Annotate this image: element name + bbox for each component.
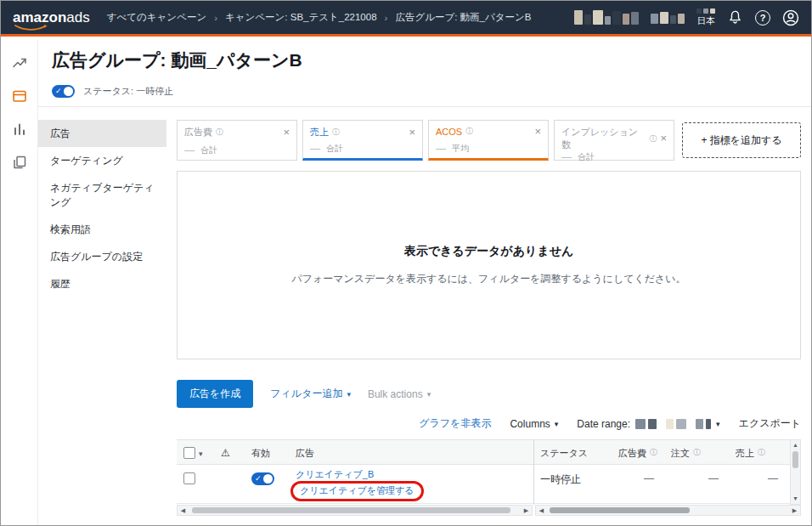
chart-empty-state: 表示できるデータがありません パフォーマンスデータを表示するには、フィルターを調… xyxy=(177,171,801,359)
scroll-left-icon[interactable]: ◀ xyxy=(178,506,189,515)
metric-card-sales[interactable]: 売上 ⓘ × — 合計 xyxy=(302,120,423,161)
amazon-ads-logo[interactable]: amazonads xyxy=(13,9,90,26)
sales-column-header[interactable]: 売上ⓘ xyxy=(729,440,788,464)
columns-dropdown[interactable]: Columns▾ xyxy=(510,418,558,430)
notifications-bell-icon[interactable] xyxy=(727,9,743,25)
scroll-track[interactable] xyxy=(189,506,521,515)
select-menu-caret-icon[interactable]: ▾ xyxy=(199,450,203,458)
subnav-ads[interactable]: 広告 xyxy=(38,120,166,147)
close-icon[interactable]: × xyxy=(409,128,415,137)
date-range-picker[interactable]: Date range: ▾ xyxy=(577,418,719,430)
status-column-header[interactable]: ステータス xyxy=(533,440,612,464)
ad-enabled-toggle[interactable]: ✓ xyxy=(251,472,274,485)
row-warning-cell xyxy=(214,465,245,503)
status-label: ステータス: 一時停止 xyxy=(83,85,173,98)
right-pane-scrollbar[interactable]: ◀ ▶ xyxy=(535,505,801,516)
horizontal-scroll-thumb[interactable] xyxy=(550,507,690,513)
redacted-block xyxy=(676,419,686,429)
close-icon[interactable]: × xyxy=(660,134,667,143)
page-title-label: 広告グループ: xyxy=(52,50,171,70)
scroll-right-icon[interactable]: ▶ xyxy=(789,506,800,515)
breadcrumb-separator-icon: › xyxy=(385,13,388,23)
export-link[interactable]: エクスポート xyxy=(739,416,801,431)
account-icon[interactable] xyxy=(782,9,799,26)
redacted-date-range xyxy=(635,419,711,429)
locale-selector[interactable]: 日本 xyxy=(696,8,715,27)
close-icon[interactable]: × xyxy=(283,128,290,137)
redacted-block xyxy=(670,15,676,24)
performance-trend-icon[interactable] xyxy=(8,53,31,73)
subnav-history[interactable]: 履歴 xyxy=(38,270,166,297)
redacted-block xyxy=(706,419,711,429)
horizontal-scroll-thumb[interactable] xyxy=(192,507,510,513)
page-title: 広告グループ: 動画_パターンB xyxy=(52,48,302,72)
creative-assets-icon[interactable] xyxy=(8,152,31,173)
table-toolbar: 広告を作成 フィルター追加▾ Bulk actions▾ xyxy=(177,380,801,408)
creative-link[interactable]: クリエイティブ_B xyxy=(296,469,374,479)
status-toggle[interactable]: ✓ xyxy=(52,85,75,98)
date-range-label: Date range: xyxy=(577,418,630,430)
reports-bars-icon[interactable] xyxy=(8,119,31,139)
redacted-block xyxy=(648,419,657,429)
scroll-right-icon[interactable]: ▶ xyxy=(521,506,532,515)
scroll-left-icon[interactable]: ◀ xyxy=(536,506,547,515)
metric-card-impressions[interactable]: インプレッション数 ⓘ × — 合計 xyxy=(554,120,674,161)
ads-table-panel: 広告を作成 フィルター追加▾ Bulk actions▾ グラフを非表示 Col… xyxy=(177,380,801,516)
info-icon: ⓘ xyxy=(465,126,473,137)
redacted-block xyxy=(696,8,702,14)
redacted-block xyxy=(696,419,703,429)
select-all-checkbox[interactable] xyxy=(183,447,195,459)
vertical-scroll-thumb[interactable] xyxy=(792,451,798,468)
row-checkbox[interactable] xyxy=(183,472,195,484)
add-metric-button[interactable]: + 指標を追加する xyxy=(682,122,801,158)
bulk-actions-dropdown[interactable]: Bulk actions▾ xyxy=(368,388,431,400)
topbar-right-controls: 日本 ? xyxy=(574,8,799,27)
close-icon[interactable]: × xyxy=(534,127,541,136)
subnav-negative-targeting[interactable]: ネガティブターゲティング xyxy=(38,174,166,215)
scroll-up-icon[interactable]: ▲ xyxy=(791,440,800,450)
create-ad-button[interactable]: 広告を作成 xyxy=(177,380,253,408)
manage-creative-link[interactable]: クリエイティブを管理する xyxy=(300,485,414,495)
table-horizontal-scrollbars: ◀ ▶ ◀ ▶ xyxy=(177,505,801,516)
amazon-ads-console: amazonads すべてのキャンペーン › キャンペーン: SB_テスト_22… xyxy=(0,0,812,526)
breadcrumb-all-campaigns[interactable]: すべてのキャンペーン xyxy=(107,11,206,24)
toggle-knob xyxy=(263,474,273,484)
help-icon[interactable]: ? xyxy=(755,10,770,25)
empty-state-title: 表示できるデータがありません xyxy=(404,244,574,259)
ad-group-subnav: 広告 ターゲティング ネガティブターゲティング 検索用語 広告グループの設定 履… xyxy=(38,120,166,297)
row-select-cell xyxy=(177,465,214,503)
logo-text-ads: ads xyxy=(66,9,89,25)
info-icon: ⓘ xyxy=(649,133,657,144)
row-status-cell: 一時停止 xyxy=(533,465,612,503)
scroll-down-icon[interactable]: ▼ xyxy=(791,494,800,504)
campaign-manager-icon[interactable] xyxy=(8,86,31,106)
metric-card-acos[interactable]: ACOS ⓘ × — 平均 xyxy=(428,120,549,161)
breadcrumb-campaign[interactable]: キャンペーン: SB_テスト_221008 xyxy=(225,11,377,24)
redacted-block xyxy=(651,14,658,24)
metric-aggregation: 合計 xyxy=(200,144,217,156)
redacted-account-info xyxy=(574,10,639,25)
row-sales-cell: — xyxy=(729,465,788,503)
orders-column-header[interactable]: 注文ⓘ xyxy=(664,440,729,464)
subnav-ad-group-settings[interactable]: 広告グループの設定 xyxy=(38,243,166,270)
spend-column-header[interactable]: 広告費ⓘ xyxy=(612,440,664,464)
metric-label: インプレッション数 xyxy=(561,126,646,151)
redacted-block xyxy=(605,16,611,25)
main-content: 広告費 ⓘ × — 合計 売上 ⓘ × — 合計 xyxy=(177,120,801,516)
metric-card-spend[interactable]: 広告費 ⓘ × — 合計 xyxy=(177,120,297,161)
toggle-check-icon: ✓ xyxy=(255,473,262,484)
toggle-check-icon: ✓ xyxy=(55,86,62,97)
subnav-search-terms[interactable]: 検索用語 xyxy=(38,216,166,243)
scroll-track[interactable] xyxy=(547,506,789,515)
add-filter-dropdown[interactable]: フィルター追加▾ xyxy=(270,387,351,401)
row-spend-cell: — xyxy=(612,465,664,503)
ad-column-header[interactable]: 広告 xyxy=(289,440,533,464)
subnav-targeting[interactable]: ターゲティング xyxy=(38,147,166,174)
redacted-block xyxy=(584,14,591,25)
table-vertical-scrollbar[interactable]: ▲ ▼ xyxy=(790,439,801,505)
select-all-cell: ▾ xyxy=(177,440,214,464)
metric-cards-row: 広告費 ⓘ × — 合計 売上 ⓘ × — 合計 xyxy=(177,120,801,161)
hide-graph-link[interactable]: グラフを非表示 xyxy=(419,416,491,431)
left-pane-scrollbar[interactable]: ◀ ▶ xyxy=(177,505,533,516)
locale-label: 日本 xyxy=(697,15,715,27)
